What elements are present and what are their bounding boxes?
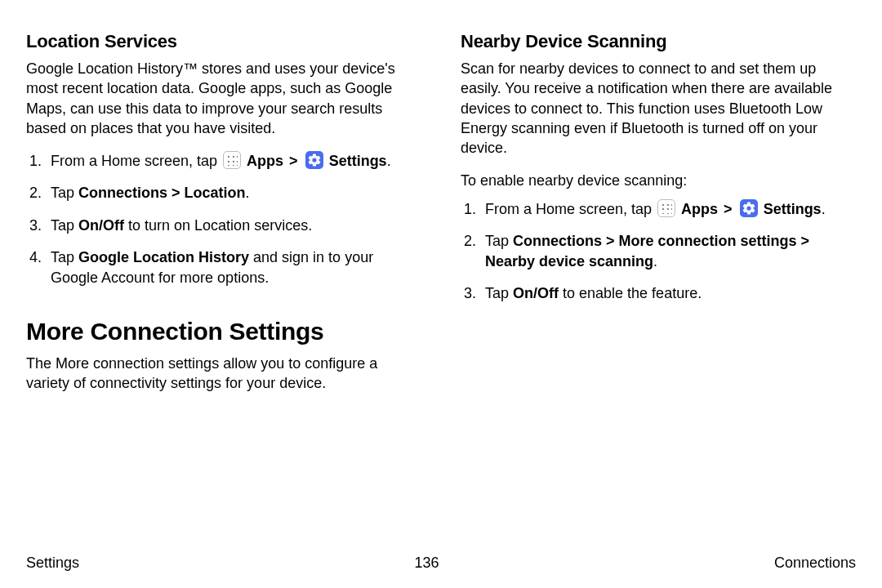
settings-label: Settings — [764, 201, 822, 217]
apps-icon — [657, 199, 675, 217]
step-1: From a Home screen, tap Apps > Settings. — [26, 151, 421, 172]
step-post: to enable the feature. — [559, 285, 702, 301]
step-post: . — [822, 201, 826, 217]
step-text: From a Home screen, tap — [51, 153, 221, 169]
more-connection-title: More Connection Settings — [26, 318, 421, 345]
step-3: Tap On/Off to turn on Location services. — [26, 216, 421, 236]
step-2: Tap Connections > More connection settin… — [461, 231, 856, 272]
right-column: Nearby Device Scanning Scan for nearby d… — [461, 31, 856, 407]
settings-icon — [305, 151, 323, 169]
location-services-body: Google Location History™ stores and uses… — [26, 59, 421, 138]
location-services-title: Location Services — [26, 31, 421, 52]
page-footer: Settings 136 Connections — [26, 555, 856, 572]
more-connection-body: The More connection settings allow you t… — [26, 354, 421, 394]
step-text: Tap — [485, 285, 513, 301]
nearby-scanning-title: Nearby Device Scanning — [461, 31, 856, 52]
settings-label: Settings — [329, 153, 387, 169]
step-post: to turn on Location services. — [124, 217, 312, 234]
left-column: Location Services Google Location Histor… — [26, 31, 421, 407]
step-3: Tap On/Off to enable the feature. — [461, 283, 856, 304]
nearby-scanning-body: Scan for nearby devices to connect to an… — [461, 59, 856, 158]
step-post: . — [387, 153, 391, 169]
step-text: Tap — [51, 217, 78, 234]
step-text: Tap — [51, 249, 78, 265]
step-4: Tap Google Location History and sign in … — [26, 247, 421, 288]
step-post: . — [246, 185, 250, 201]
step-2: Tap Connections > Location. — [26, 183, 421, 203]
step-text: From a Home screen, tap — [485, 201, 656, 217]
chevron: > — [285, 153, 302, 169]
footer-page-number: 136 — [414, 555, 439, 572]
nearby-scanning-steps: From a Home screen, tap Apps > Settings.… — [461, 199, 856, 305]
apps-label: Apps — [681, 201, 718, 217]
step-bold: On/Off — [78, 217, 124, 234]
step-bold: Connections > Location — [78, 185, 246, 201]
settings-icon — [740, 199, 758, 217]
step-1: From a Home screen, tap Apps > Settings. — [461, 199, 856, 220]
step-text: Tap — [51, 185, 78, 201]
step-text: Tap — [485, 233, 513, 249]
chevron: > — [719, 201, 737, 217]
footer-right: Connections — [774, 555, 856, 572]
step-bold: On/Off — [513, 285, 559, 301]
step-bold: Google Location History — [78, 249, 249, 265]
nearby-scanning-lead: To enable nearby device scanning: — [461, 171, 856, 190]
apps-icon — [223, 151, 241, 169]
step-post: . — [653, 253, 657, 270]
footer-left: Settings — [26, 555, 79, 572]
apps-label: Apps — [247, 153, 283, 169]
step-bold: Connections > More connection settings >… — [485, 233, 809, 270]
location-services-steps: From a Home screen, tap Apps > Settings.… — [26, 151, 421, 288]
